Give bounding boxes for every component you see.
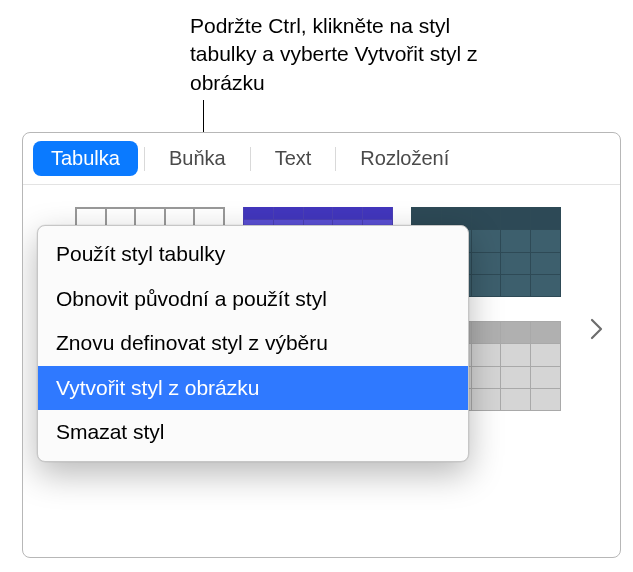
menu-item-redefine-from-selection[interactable]: Znovu definovat styl z výběru xyxy=(38,321,468,366)
tab-separator xyxy=(144,147,145,171)
menu-item-apply-style[interactable]: Použít styl tabulky xyxy=(38,232,468,277)
chevron-right-icon[interactable] xyxy=(590,318,604,340)
tab-separator xyxy=(250,147,251,171)
tab-separator xyxy=(335,147,336,171)
tab-table[interactable]: Tabulka xyxy=(33,141,138,176)
inspector-tabs: Tabulka Buňka Text Rozložení xyxy=(23,133,620,185)
tab-cell[interactable]: Buňka xyxy=(151,141,244,176)
context-menu: Použít styl tabulky Obnovit původní a po… xyxy=(37,225,469,462)
inspector-panel: Tabulka Buňka Text Rozložení xyxy=(22,132,621,558)
menu-item-create-style-from-image[interactable]: Vytvořit styl z obrázku xyxy=(38,366,468,411)
callout-text: Podržte Ctrl, klikněte na styl tabulky a… xyxy=(190,12,510,97)
menu-item-revert-and-apply[interactable]: Obnovit původní a použít styl xyxy=(38,277,468,322)
tab-layout[interactable]: Rozložení xyxy=(342,141,467,176)
menu-item-delete-style[interactable]: Smazat styl xyxy=(38,410,468,455)
tab-text[interactable]: Text xyxy=(257,141,330,176)
